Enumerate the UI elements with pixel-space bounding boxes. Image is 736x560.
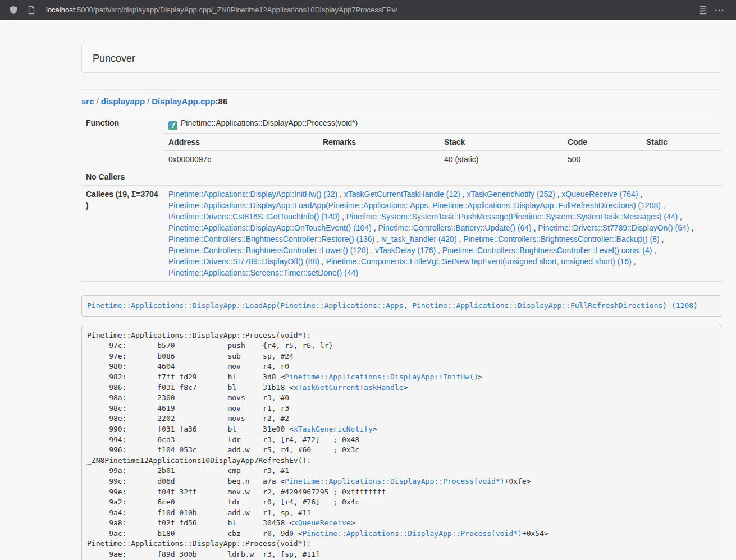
callee-separator: , [374, 235, 381, 244]
callee-link[interactable]: Pinetime::Controllers::BrightnessControl… [168, 235, 374, 244]
function-row: Function ƒPinetime::Applications::Displa… [81, 114, 721, 134]
callee-separator: , [532, 223, 538, 232]
address-bar[interactable]: localhost:5000/path/src/displayapp/Displ… [46, 6, 688, 14]
disasm-line: 97e: b086 sub sp, #24 [87, 352, 294, 360]
disasm-line: 9a8: f02f fd56 bl 30458 <xQueueReceive> [87, 518, 355, 527]
cell-address: 0x0000097c [164, 151, 318, 168]
disasm-line: Pinetime::Applications::DisplayApp::Proc… [87, 331, 311, 339]
callee-link[interactable]: Pinetime::Controllers::BrightnessControl… [442, 246, 652, 255]
app-header-panel: Puncover [81, 44, 721, 73]
col-header-static: Static [642, 134, 721, 151]
disasm-line: 97c: b570 push {r4, r5, r6, lr} [87, 341, 333, 350]
disasm-line: 9ae: f89d 300b ldrb.w r3, [sp, #11] [87, 550, 320, 558]
function-row-label: Function [81, 114, 164, 168]
callee-separator: , [436, 246, 442, 255]
breadcrumb-item-src[interactable]: src [81, 97, 94, 106]
callee-link[interactable]: xTaskGetCurrentTaskHandle (12) [344, 190, 460, 199]
no-callers-row: No Callers [81, 168, 721, 186]
url-host: localhost [46, 6, 75, 14]
disasm-symbol-link[interactable]: Pinetime::Applications::DisplayApp::Proc… [303, 529, 522, 538]
callee-separator: , [457, 235, 464, 244]
callee-separator: , [632, 257, 636, 266]
callee-link[interactable]: xTaskGenericNotify (252) [467, 190, 555, 199]
callee-link[interactable]: Pinetime::Controllers::BrightnessControl… [463, 235, 659, 244]
callee-separator: , [319, 257, 326, 266]
main-content: Puncover src/displayapp/DisplayApp.cpp:8… [81, 44, 721, 560]
reader-view-icon[interactable] [696, 3, 710, 17]
disasm-line: 980: 4604 mov r4, r0 [87, 362, 289, 370]
browser-chrome: localhost:5000/path/src/displayapp/Displ… [0, 0, 736, 20]
cell-code: 500 [563, 151, 642, 168]
callee-link[interactable]: Pinetime::Components::LittleVgl::SetNewT… [326, 257, 632, 266]
col-header-remarks: Remarks [318, 134, 440, 151]
breadcrumb-item-displayapp[interactable]: displayapp [101, 97, 145, 106]
disasm-line: 98c: 4619 mov r1, r3 [87, 404, 289, 412]
callee-link[interactable]: Pinetime::System::SystemTask::PushMessag… [346, 212, 678, 221]
disasm-line: Pinetime::Applications::DisplayApp::Proc… [87, 539, 311, 548]
breadcrumb-separator: / [147, 97, 149, 106]
disasm-symbol-link[interactable]: Pinetime::Applications::DisplayApp::Init… [285, 373, 478, 381]
callee-separator: , [678, 212, 682, 221]
callees-list: Pinetime::Applications::DisplayApp::Init… [168, 189, 717, 278]
col-header-code: Code [563, 134, 642, 151]
callee-separator: , [340, 212, 346, 221]
callees-row: Callees (19, Σ=3704 ) Pinetime::Applicat… [81, 186, 721, 282]
page-icon[interactable] [25, 3, 38, 17]
callees-cell: Pinetime::Applications::DisplayApp::Init… [164, 186, 721, 282]
divider [81, 89, 721, 90]
callee-link[interactable]: Pinetime::Drivers::Cst816S::GetTouchInfo… [168, 212, 340, 221]
overflow-menu-icon[interactable]: ⋯ [710, 4, 729, 16]
callee-link[interactable]: Pinetime::Controllers::Battery::Update()… [378, 223, 532, 232]
callee-link[interactable]: Pinetime::Drivers::St7789::DisplayOn() (… [538, 223, 689, 232]
callee-link[interactable]: Pinetime::Applications::DisplayApp::Init… [168, 190, 337, 199]
snippet-link[interactable]: Pinetime::Applications::DisplayApp::Load… [87, 301, 698, 310]
callee-link[interactable]: Pinetime::Applications::DisplayApp::Load… [168, 201, 661, 210]
breadcrumb-separator: / [97, 97, 99, 106]
breadcrumb: src/displayapp/DisplayApp.cpp:86 [81, 97, 721, 106]
callee-link[interactable]: Pinetime::Applications::Screens::Timer::… [168, 268, 358, 277]
detail-header-row: Address Remarks Stack Code Static [81, 134, 721, 151]
disasm-line: 9a2: 6ce0 ldr r0, [r4, #76] ; 0x4c [87, 498, 359, 506]
callee-separator: , [460, 190, 467, 199]
disasm-line: 99c: d06d beq.n a7a <Pinetime::Applicati… [87, 477, 531, 485]
function-symbol-name: Pinetime::Applications::DisplayApp::Proc… [181, 118, 358, 127]
col-header-address: Address [164, 134, 318, 151]
callee-link[interactable]: xQueueReceive (764) [561, 190, 638, 199]
callee-separator: , [337, 190, 344, 199]
callees-label: Callees (19, Σ=3704 ) [81, 186, 164, 282]
disasm-symbol-link[interactable]: xTaskGenericNotify [294, 425, 373, 433]
disasm-symbol-link[interactable]: xTaskGetCurrentTaskHandle [294, 383, 404, 392]
callee-separator: , [652, 246, 656, 255]
disasm-line: 9ac: b180 cbz r0, 9d0 <Pinetime::Applica… [87, 529, 548, 538]
shield-icon[interactable] [7, 3, 20, 17]
callee-separator: , [555, 190, 562, 199]
callee-separator: , [660, 235, 664, 244]
callee-separator: , [372, 223, 378, 232]
disassembly-pre: Pinetime::Applications::DisplayApp::Proc… [81, 325, 721, 560]
callee-link[interactable]: Pinetime::Drivers::St7789::DisplayOff() … [168, 257, 319, 266]
disasm-line: _ZN8Pinetime12Applications10DisplayApp7R… [87, 456, 311, 465]
callee-link[interactable]: Pinetime::Applications::DisplayApp::OnTo… [168, 223, 372, 232]
cell-stack: 40 (static) [440, 151, 563, 168]
callee-link[interactable]: Pinetime::Controllers::BrightnessControl… [168, 246, 368, 255]
disasm-line: 9a4: f10d 010b add.w r1, sp, #11 [87, 508, 311, 517]
disasm-line: 99a: 2b01 cmp r3, #1 [87, 466, 289, 475]
snippet-box: Pinetime::Applications::DisplayApp::Load… [81, 295, 721, 317]
callee-link[interactable]: lv_task_handler (420) [381, 235, 457, 244]
disasm-symbol-link[interactable]: Pinetime::Applications::DisplayApp::Proc… [285, 477, 504, 485]
breadcrumb-line-number: :86 [216, 97, 228, 106]
col-header-stack: Stack [440, 134, 563, 151]
no-callers-label: No Callers [81, 168, 164, 186]
symbol-table: Function ƒPinetime::Applications::Displa… [81, 114, 721, 282]
disasm-symbol-link[interactable]: xQueueReceive [294, 518, 351, 527]
callee-link[interactable]: vTaskDelay (176) [375, 246, 436, 255]
cell-remarks [318, 151, 440, 168]
breadcrumb-item-file[interactable]: DisplayApp.cpp [152, 97, 215, 106]
disasm-line: 982: f7ff fd29 bl 3d8 <Pinetime::Applica… [87, 373, 482, 381]
disasm-line: 98a: 2300 movs r3, #0 [87, 393, 289, 402]
callee-separator: , [638, 190, 642, 199]
cell-static [642, 151, 721, 168]
no-callers-cell [164, 168, 721, 186]
disasm-line: 99e: f04f 32ff mov.w r2, #4294967295 ; 0… [87, 488, 386, 496]
disasm-line: 98e: 2202 movs r2, #2 [87, 414, 289, 423]
